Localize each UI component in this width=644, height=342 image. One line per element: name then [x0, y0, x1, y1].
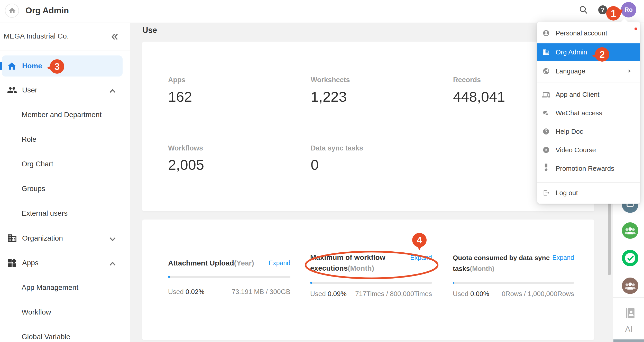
svg-text:3: 3	[54, 61, 60, 72]
svg-text:4: 4	[417, 235, 422, 245]
svg-text:2: 2	[600, 49, 605, 60]
svg-text:1: 1	[611, 8, 616, 19]
